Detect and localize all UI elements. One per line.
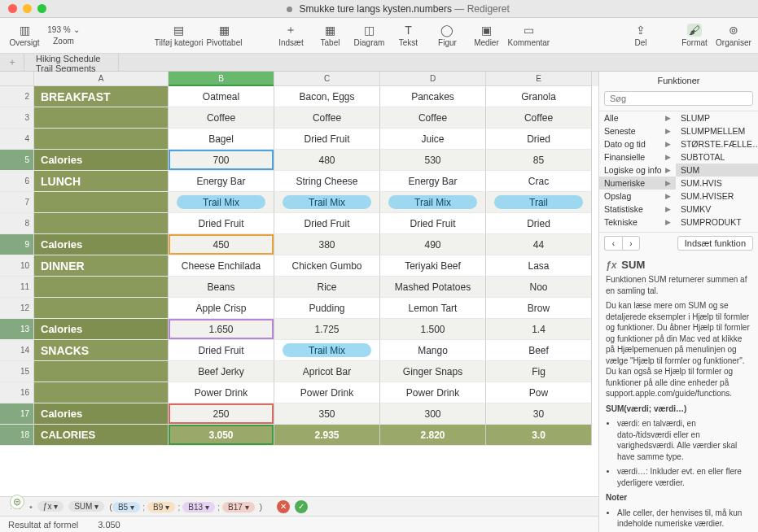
function-item[interactable]: SUMPRODUKT: [676, 216, 758, 229]
row-header[interactable]: 3: [0, 107, 34, 129]
row-header[interactable]: 7: [0, 192, 34, 213]
cell[interactable]: 350: [274, 403, 380, 425]
column-header-E[interactable]: E: [486, 72, 592, 86]
cell[interactable]: Oatmeal: [169, 86, 274, 107]
cell[interactable]: 3.0: [486, 425, 592, 446]
nav-prev-next[interactable]: ‹›: [604, 236, 640, 251]
cell[interactable]: Mashed Potatoes: [380, 277, 486, 298]
cell[interactable]: Pow: [486, 382, 592, 403]
comment-button[interactable]: ▭Kommentar: [507, 20, 550, 51]
cell[interactable]: Pancakes: [380, 86, 486, 107]
add-row-button[interactable]: ⊜: [10, 495, 24, 509]
cell[interactable]: Lemon Tart: [380, 298, 486, 319]
view-button[interactable]: ▥Oversigt: [7, 20, 42, 51]
column-header-D[interactable]: D: [380, 72, 486, 86]
row-header[interactable]: 2: [0, 86, 34, 107]
inspector-search[interactable]: [604, 91, 753, 106]
row-label[interactable]: [34, 107, 169, 129]
cell[interactable]: Trail Mix: [169, 192, 274, 213]
row-header[interactable]: 16: [0, 382, 34, 403]
row-label[interactable]: CALORIES: [34, 425, 169, 446]
cell[interactable]: Power Drink: [380, 382, 486, 403]
chart-button[interactable]: ◫Diagram: [351, 20, 387, 51]
cell[interactable]: Coffee: [169, 107, 274, 129]
row-header[interactable]: 13: [0, 319, 34, 340]
formula-function[interactable]: SUM ▾: [68, 501, 104, 512]
row-label[interactable]: [34, 382, 169, 403]
cell[interactable]: String Cheese: [274, 171, 380, 192]
function-list[interactable]: SLUMPSLUMPMELLEMSTØRSTE.FÆLLE…SUBTOTALSU…: [676, 111, 758, 232]
organize-button[interactable]: ⊚Organiser: [716, 20, 751, 51]
column-header-B[interactable]: B: [169, 72, 274, 86]
cell[interactable]: 1.4: [486, 319, 592, 340]
row-header[interactable]: 11: [0, 277, 34, 298]
cell[interactable]: Juice: [380, 129, 486, 150]
spreadsheet-area[interactable]: ABCDE 2BREAKFASTOatmealBacon, EggsPancak…: [0, 72, 598, 532]
cell[interactable]: 85: [486, 150, 592, 171]
row-label[interactable]: DINNER: [34, 255, 169, 277]
cell[interactable]: 2.935: [274, 425, 380, 446]
cell[interactable]: Dried Fruit: [274, 213, 380, 234]
row-label[interactable]: Calories: [34, 403, 169, 425]
cell[interactable]: Cheese Enchilada: [169, 255, 274, 277]
function-item[interactable]: SLUMPMELLEM: [676, 124, 758, 137]
tab-hiking-schedule[interactable]: Hiking Schedule: [24, 54, 119, 63]
row-header[interactable]: 9: [0, 234, 34, 255]
cell[interactable]: Trail: [486, 192, 592, 213]
category-item[interactable]: Numeriske▶: [599, 177, 676, 190]
formula-ref[interactable]: B5 ▾: [112, 502, 140, 512]
add-category-button[interactable]: ▤Tilføj kategori: [155, 20, 204, 51]
cell[interactable]: Trail Mix: [274, 340, 380, 361]
cell[interactable]: 300: [380, 403, 486, 425]
fullscreen-icon[interactable]: [37, 4, 46, 13]
media-button[interactable]: ▣Medier: [468, 20, 504, 51]
cell[interactable]: Dried Fruit: [274, 129, 380, 150]
select-all-corner[interactable]: [0, 72, 34, 86]
cell[interactable]: Chicken Gumbo: [274, 255, 380, 277]
function-item[interactable]: SUMKV: [676, 203, 758, 216]
function-item[interactable]: SLUMP: [676, 111, 758, 124]
cell[interactable]: Mango: [380, 340, 486, 361]
category-item[interactable]: Statistiske▶: [599, 203, 676, 216]
cell[interactable]: Dried Fruit: [169, 213, 274, 234]
cell[interactable]: Teriyaki Beef: [380, 255, 486, 277]
row-label[interactable]: SNACKS: [34, 340, 169, 361]
row-label[interactable]: [34, 192, 169, 213]
cell[interactable]: 1.500: [380, 319, 486, 340]
category-item[interactable]: Opslag▶: [599, 190, 676, 203]
cell[interactable]: 3.050: [169, 425, 274, 446]
row-header[interactable]: 8: [0, 213, 34, 234]
function-item[interactable]: SUBTOTAL: [676, 150, 758, 164]
row-label[interactable]: [34, 298, 169, 319]
cell[interactable]: Trail Mix: [274, 192, 380, 213]
cell[interactable]: 480: [274, 150, 380, 171]
row-header[interactable]: 17: [0, 403, 34, 425]
function-item[interactable]: STØRSTE.FÆLLE…: [676, 137, 758, 150]
cell[interactable]: 700: [169, 150, 274, 171]
column-header-A[interactable]: A: [34, 72, 169, 86]
search-input[interactable]: [604, 91, 753, 106]
row-label[interactable]: Calories: [34, 234, 169, 255]
close-icon[interactable]: [8, 4, 17, 13]
cell[interactable]: Pudding: [274, 298, 380, 319]
formula-bar[interactable]: ⋮⋮ • ƒx ▾ SUM ▾ (B5 ▾ ; B9 ▾ ; B13 ▾ ; B…: [0, 496, 598, 516]
row-label[interactable]: Calories: [34, 150, 169, 171]
category-item[interactable]: Alle▶: [599, 111, 676, 124]
cell[interactable]: Crac: [486, 171, 592, 192]
category-list[interactable]: Alle▶Seneste▶Dato og tid▶Finansielle▶Log…: [599, 111, 676, 232]
column-header-C[interactable]: C: [274, 72, 380, 86]
cell[interactable]: 380: [274, 234, 380, 255]
cell[interactable]: 1.650: [169, 319, 274, 340]
row-header[interactable]: 15: [0, 361, 34, 382]
row-label[interactable]: [34, 277, 169, 298]
text-button[interactable]: TTekst: [390, 20, 426, 51]
cell[interactable]: Beef: [486, 340, 592, 361]
row-header[interactable]: 18: [0, 425, 34, 446]
grid[interactable]: 2BREAKFASTOatmealBacon, EggsPancakesGran…: [0, 86, 598, 496]
formula-accept-button[interactable]: ✓: [295, 500, 308, 513]
nav-prev-button[interactable]: ‹: [604, 236, 622, 251]
row-header[interactable]: 5: [0, 150, 34, 171]
add-sheet-button[interactable]: ＋: [0, 54, 24, 71]
cell[interactable]: 250: [169, 403, 274, 425]
function-item[interactable]: SUM.HVISER: [676, 190, 758, 203]
